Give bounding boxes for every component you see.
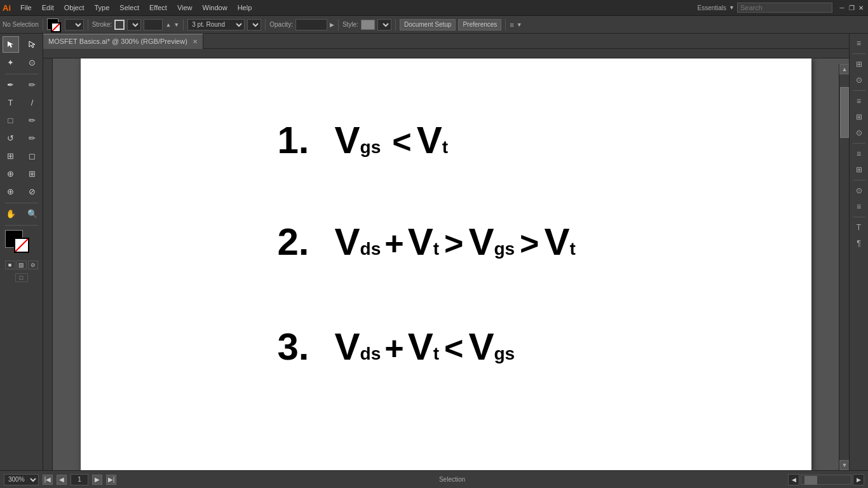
rp-graphic-styles-icon[interactable]: ⊞ [852,163,866,177]
zoom-select[interactable]: 300% 100% 150% 200% 400% 50% [4,474,39,485]
opacity-expand-icon[interactable]: ▶ [330,22,334,28]
scale-tool[interactable]: ⊞ [3,147,19,164]
color-mode-icons: ■ ▨ ⊘ [5,261,38,269]
pen-tool[interactable]: ✒ [3,76,19,93]
stroke-arrow-down[interactable]: ▼ [173,22,179,28]
last-page-button[interactable]: ▶| [106,475,116,485]
status-text: Selection [439,476,465,483]
rp-type-icon[interactable]: T [852,220,866,234]
add-anchor-tool[interactable]: ✏ [24,76,41,93]
stroke-color-swatch[interactable] [14,238,29,253]
minimize-button[interactable]: ─ [837,3,846,12]
ruler-left [43,58,53,470]
stroke-swatch[interactable] [114,20,125,30]
eraser-tool[interactable]: ◻ [24,147,41,164]
rp-sep-4 [853,180,865,180]
screen-mode-button[interactable]: □ [15,273,28,282]
menu-object[interactable]: Object [60,3,89,13]
formula-2-number: 2. [278,223,309,261]
lasso-tool[interactable]: ⊙ [24,54,41,71]
fill-type-select[interactable] [65,19,84,30]
pencil-tool[interactable]: ✏ [24,130,41,146]
none-mode-button[interactable]: ⊘ [28,261,38,269]
canvas-right-button[interactable]: ▶ [853,474,864,485]
restore-button[interactable]: ❐ [847,3,856,12]
rp-paragraph-icon[interactable]: ¶ [852,236,866,250]
ruler-top [43,49,849,58]
scroll-thumb[interactable] [840,87,849,138]
formula-3-number: 3. [278,328,309,366]
document-tab[interactable]: MOSFET Basics.ai* @ 300% (RGB/Preview) ✕ [43,34,203,49]
symbol-tool[interactable]: ⊕ [3,165,19,182]
color-mode-button[interactable]: ■ [5,261,15,269]
direct-selection-tool[interactable] [24,36,41,53]
first-page-button[interactable]: |◀ [43,475,53,485]
rp-gradient-icon[interactable]: ⊙ [852,126,866,140]
line-tool[interactable]: / [24,94,41,111]
zoom-area: 300% 100% 150% 200% 400% 50% [4,474,39,485]
separator-4 [265,19,266,30]
menu-effect[interactable]: Effect [145,3,172,13]
formula-2-vgs: Vgs [468,220,515,264]
rp-stroke-icon[interactable]: ⊞ [852,110,866,124]
menu-file[interactable]: File [16,3,36,13]
menu-view[interactable]: View [173,3,197,13]
formula-2-vt1: Vt [408,220,439,264]
rp-brushes-icon[interactable]: ≡ [852,200,866,214]
next-page-button[interactable]: ▶ [92,475,102,485]
gradient-mode-button[interactable]: ▨ [17,261,27,269]
selection-tool[interactable] [3,36,19,53]
tool-sep-2 [5,203,38,203]
menu-type[interactable]: Type [90,3,114,13]
scroll-down-button[interactable]: ▼ [839,460,849,470]
zoom-tool[interactable]: 🔍 [24,205,41,222]
color-area [5,230,38,258]
rp-pathfinder-icon[interactable]: ≡ [852,94,866,108]
stroke-width-input[interactable] [144,19,163,30]
menu-help[interactable]: Help [233,3,257,13]
stroke-arrow-up[interactable]: ▲ [165,22,171,28]
type-tool[interactable]: T [3,94,19,111]
graph-tool[interactable]: ⊞ [24,165,41,182]
prev-page-button[interactable]: ◀ [57,475,67,485]
panel-options-icon[interactable]: ≡ [510,21,513,29]
menu-select[interactable]: Select [115,3,144,13]
stroke-type-select[interactable] [127,19,141,30]
menu-edit[interactable]: Edit [37,3,58,13]
rp-align-icon[interactable]: ⊙ [852,73,866,87]
weight-type-select[interactable] [247,19,261,30]
scroll-up-button[interactable]: ▲ [839,64,849,74]
canvas-wrapper[interactable]: 1. Vgs < Vt 2. Vds + Vt > Vgs > Vt [43,49,849,470]
workspace-dropdown-icon[interactable]: ▼ [729,4,735,11]
rp-transform-icon[interactable]: ⊞ [852,57,866,71]
scroll-track[interactable] [839,74,849,460]
preferences-button[interactable]: Preferences [458,19,501,30]
rp-sep-1 [853,53,865,54]
style-swatch[interactable] [361,20,375,30]
canvas-left-button[interactable]: ◀ [788,474,799,485]
canvas-scroll-bar[interactable] [801,475,851,485]
fill-swatch[interactable] [47,18,64,31]
style-select[interactable] [377,19,391,30]
document-setup-button[interactable]: Document Setup [400,19,456,30]
formula-2-gt1: > [444,224,463,262]
opacity-label: Opacity: [269,21,293,28]
slice-tool[interactable]: ⊘ [24,183,41,200]
paintbrush-tool[interactable]: ✏ [24,112,41,128]
panel-expand-icon[interactable]: ▼ [517,22,522,28]
weight-select[interactable]: 3 pt. Round [187,19,245,30]
magic-wand-tool[interactable]: ✦ [3,54,19,71]
rotate-tool[interactable]: ↺ [3,130,19,146]
rp-symbols-icon[interactable]: ⊙ [852,184,866,198]
hand-tool[interactable]: ✋ [3,205,19,222]
document-tab-close[interactable]: ✕ [193,38,198,45]
artboard-tool[interactable]: ⊕ [3,183,19,200]
rect-tool[interactable]: □ [3,112,19,128]
menu-window[interactable]: Window [198,3,232,13]
opacity-input[interactable]: 100% [295,19,327,30]
search-input[interactable] [737,3,832,13]
rp-arrange-icon[interactable]: ≡ [852,36,866,50]
page-number-input[interactable] [71,474,88,485]
rp-appearance-icon[interactable]: ≡ [852,147,866,161]
close-button[interactable]: ✕ [857,3,865,12]
